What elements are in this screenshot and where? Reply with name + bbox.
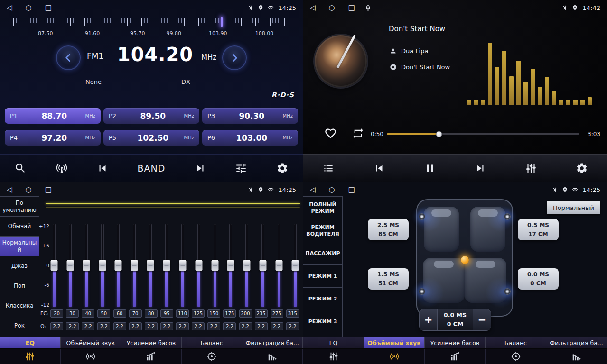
tab-filter-icon-button[interactable] <box>546 349 607 364</box>
eq-band-slider[interactable] <box>211 224 219 307</box>
slider-handle[interactable] <box>211 260 218 271</box>
surround-mode-item[interactable]: РЕЖИМ 2 <box>303 288 342 310</box>
slider-handle[interactable] <box>179 260 186 271</box>
slider-handle[interactable] <box>163 260 170 271</box>
tab-surround-icon-button[interactable] <box>364 349 425 364</box>
eq-band-slider[interactable] <box>147 224 154 307</box>
eq-band-slider[interactable] <box>114 224 122 307</box>
slider-handle[interactable] <box>99 260 106 271</box>
slider-handle[interactable] <box>115 260 122 271</box>
eq-preset-item[interactable]: Нормальный <box>0 237 39 256</box>
eq-preset-item[interactable]: Обычай <box>0 217 39 237</box>
recents-button[interactable]: □ <box>348 186 355 193</box>
tab-eq-icon-button[interactable] <box>303 349 364 364</box>
eq-band-slider[interactable] <box>259 224 267 307</box>
preset-button[interactable]: P497.20MHz <box>5 130 101 146</box>
eq-band-slider[interactable] <box>291 224 299 307</box>
eq-band-slider[interactable] <box>275 224 283 307</box>
eq-band-slider[interactable] <box>163 224 170 307</box>
tab-balance[interactable]: Баланс <box>182 337 243 348</box>
slider-handle[interactable] <box>83 260 90 271</box>
delay-increase-button[interactable]: + <box>420 309 438 330</box>
tab-filter[interactable]: Фильтрация ба... <box>242 337 303 348</box>
eq-preset-item[interactable]: Поп <box>0 276 39 296</box>
tab-surround[interactable]: Объёмный звук <box>364 337 425 348</box>
seek-up-button[interactable] <box>222 46 247 70</box>
delay-decrease-button[interactable]: − <box>473 309 491 330</box>
surround-mode-item[interactable]: РЕЖИМ 1 <box>303 265 342 288</box>
preset-button[interactable]: P5102.50MHz <box>103 130 199 146</box>
equalizer-button[interactable] <box>525 162 537 174</box>
eq-band-slider[interactable] <box>66 224 74 307</box>
audio-settings-button[interactable] <box>235 162 247 174</box>
slider-handle[interactable] <box>260 260 267 271</box>
eq-band-slider[interactable] <box>131 224 138 307</box>
stations-button[interactable] <box>56 162 68 174</box>
progress-bar[interactable] <box>387 133 579 135</box>
slider-handle[interactable] <box>195 260 202 271</box>
tab-bass-icon-button[interactable] <box>121 349 182 364</box>
slider-handle[interactable] <box>147 260 154 271</box>
home-button[interactable]: ○ <box>26 4 32 11</box>
surround-mode-item[interactable]: РЕЖИМ 3 <box>303 310 342 333</box>
delay-badge-rear-right[interactable]: 0.0 MS 0 CM <box>518 268 559 290</box>
profile-button[interactable]: Нормальный <box>547 201 600 214</box>
eq-band-slider[interactable] <box>227 224 234 307</box>
tab-balance[interactable]: Баланс <box>486 337 546 348</box>
tab-bass-icon-button[interactable] <box>425 349 486 364</box>
slider-handle[interactable] <box>51 260 58 271</box>
tab-bass[interactable]: Усиление басов <box>425 337 486 348</box>
slider-handle[interactable] <box>243 260 251 271</box>
tab-bass[interactable]: Усиление басов <box>121 337 182 348</box>
surround-mode-item[interactable]: ПАССАЖИР <box>303 242 342 265</box>
recents-button[interactable]: □ <box>45 4 52 11</box>
pause-button[interactable] <box>424 162 436 174</box>
preset-button[interactable]: P6103.00MHz <box>202 130 298 146</box>
playlist-button[interactable] <box>322 162 335 174</box>
back-button[interactable]: ◁ <box>310 186 316 193</box>
recents-button[interactable]: □ <box>348 4 355 11</box>
home-button[interactable]: ○ <box>329 186 335 193</box>
surround-mode-item[interactable]: ПОЛНЫЙ РЕЖИМ <box>303 197 342 219</box>
slider-handle[interactable] <box>66 260 74 271</box>
delay-badge-front-left[interactable]: 2.5 MS 85 CM <box>368 219 409 240</box>
settings-button[interactable] <box>276 162 289 174</box>
next-track-button[interactable] <box>474 162 486 174</box>
back-button[interactable]: ◁ <box>310 4 316 11</box>
eq-band-slider[interactable] <box>99 224 106 307</box>
eq-band-slider[interactable] <box>179 224 187 307</box>
favorite-button[interactable] <box>324 127 337 140</box>
tab-filter-icon-button[interactable] <box>242 349 303 364</box>
home-button[interactable]: ○ <box>26 186 32 193</box>
back-button[interactable]: ◁ <box>7 4 12 11</box>
slider-handle[interactable] <box>276 260 283 271</box>
settings-button[interactable] <box>576 162 588 174</box>
previous-station-button[interactable] <box>96 162 109 174</box>
eq-preset-item[interactable]: Джаз <box>0 256 39 276</box>
scan-button[interactable] <box>14 162 27 174</box>
slider-handle[interactable] <box>131 260 138 271</box>
progress-knob[interactable] <box>436 131 442 137</box>
tab-eq[interactable]: EQ <box>303 337 364 348</box>
slider-handle[interactable] <box>227 260 234 271</box>
surround-mode-item[interactable]: РЕЖИМ ВОДИТЕЛЯ <box>303 219 342 242</box>
tab-surround[interactable]: Объёмный звук <box>61 337 121 348</box>
home-button[interactable]: ○ <box>329 4 335 11</box>
eq-preset-item[interactable]: По умолчанию <box>0 197 39 217</box>
slider-handle[interactable] <box>291 260 299 271</box>
next-station-button[interactable] <box>194 162 206 174</box>
recents-button[interactable]: □ <box>45 186 52 193</box>
eq-band-slider[interactable] <box>195 224 203 307</box>
tab-surround-icon-button[interactable] <box>61 349 121 364</box>
eq-preset-item[interactable]: Классика <box>0 296 39 316</box>
preset-button[interactable]: P188.70MHz <box>5 108 101 124</box>
delay-badge-rear-left[interactable]: 1.5 MS 51 CM <box>368 268 409 290</box>
eq-band-slider[interactable] <box>50 224 58 307</box>
eq-band-slider[interactable] <box>243 224 251 307</box>
eq-band-slider[interactable] <box>83 224 90 307</box>
previous-track-button[interactable] <box>373 162 385 174</box>
delay-badge-front-right[interactable]: 0.5 MS 17 CM <box>518 219 559 240</box>
seek-down-button[interactable] <box>56 46 81 70</box>
eq-preset-item[interactable]: Рок <box>0 316 39 336</box>
tab-eq-icon-button[interactable] <box>0 349 61 364</box>
